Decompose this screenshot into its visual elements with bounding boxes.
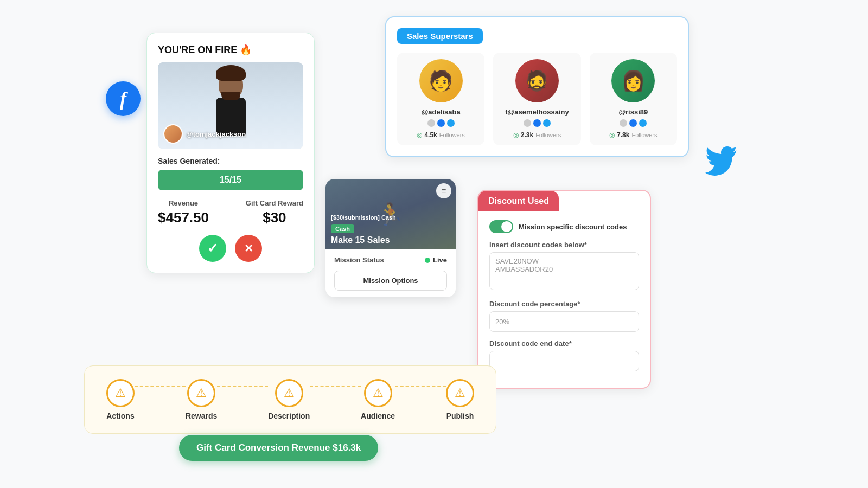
percent-label: Discount code percentage* [489, 300, 639, 308]
superstar-avatar-3: 👩 [611, 59, 655, 102]
toggle-label: Mission specific discount codes [519, 223, 627, 231]
superstar-name-2: t@asemelhossainy [500, 108, 574, 116]
superstar-name-3: @rissi89 [596, 108, 671, 116]
fire-card-image: @tomjackjackson [158, 62, 303, 149]
fire-card: YOU'RE ON FIRE 🔥 @tomjackjackson Sales G… [146, 33, 315, 273]
step-publish[interactable]: ⚠ Publish [446, 379, 474, 420]
discount-toggle[interactable] [489, 220, 513, 233]
discount-card: Discount Used Mission specific discount … [477, 190, 651, 389]
mission-badge: Cash [331, 224, 354, 233]
step-description[interactable]: ⚠ Description [268, 379, 310, 420]
discount-body: Mission specific discount codes Insert d… [478, 211, 650, 388]
steps-nav: ⚠ Actions ⚠ Rewards ⚠ Description ⚠ Audi… [84, 365, 496, 434]
mission-status-label: Mission Status [334, 256, 384, 264]
superstar-item-3: 👩 @rissi89 ◎ 7.8k Followers [590, 53, 677, 145]
gift-banner-text: Gift Card Conversion Revenue $16.3k [196, 442, 361, 453]
followers-3: ◎ 7.8k Followers [596, 131, 671, 139]
live-indicator: Live [425, 256, 447, 264]
social-icons-1 [404, 119, 478, 127]
toggle-row: Mission specific discount codes [489, 220, 639, 233]
gift-card-banner: Gift Card Conversion Revenue $16.3k [179, 435, 378, 461]
social-icons-2 [500, 119, 574, 127]
step-actions-label: Actions [106, 412, 134, 420]
end-date-label: Discount code end date* [489, 339, 639, 348]
gift-label: Gift Card Reward [246, 199, 303, 207]
gift-value: $30 [246, 209, 303, 226]
superstars-badge: Sales Superstars [397, 28, 483, 44]
reject-button[interactable]: ✕ [235, 235, 262, 262]
step-publish-label: Publish [446, 412, 474, 420]
superstar-avatar-1: 🧑 [419, 59, 463, 102]
twitter-icon [705, 146, 738, 179]
revenue-value: $457.50 [158, 209, 209, 226]
mission-body: Mission Status Live Mission Options [326, 249, 456, 297]
action-buttons: ✓ ✕ [158, 235, 303, 262]
step-connector-1 [135, 386, 186, 387]
step-description-label: Description [268, 412, 310, 420]
toggle-knob [501, 221, 512, 232]
step-actions[interactable]: ⚠ Actions [106, 379, 135, 420]
metrics-row: Revenue $457.50 Gift Card Reward $30 [158, 199, 303, 226]
superstar-item-1: 🧑 @adelisaba ◎ 4.5k Followers [397, 53, 484, 145]
facebook-icon: f [106, 81, 141, 116]
fire-card-title: YOU'RE ON FIRE 🔥 [158, 44, 303, 56]
percent-input[interactable] [489, 311, 639, 332]
step-audience[interactable]: ⚠ Audience [361, 379, 395, 420]
social-icons-3 [596, 119, 671, 127]
step-actions-icon: ⚠ [106, 379, 135, 407]
followers-2: ◎ 2.3k Followers [500, 131, 574, 139]
discount-header: Discount Used [478, 191, 559, 211]
followers-1: ◎ 4.5k Followers [404, 131, 478, 139]
revenue-label: Revenue [158, 199, 209, 207]
username-tag: @tomjackjackson [186, 130, 246, 138]
step-connector-4 [395, 386, 446, 387]
step-rewards-label: Rewards [186, 412, 217, 420]
mission-options-button[interactable]: Mission Options [334, 271, 447, 291]
progress-bar: 15/15 [158, 170, 303, 190]
step-publish-icon: ⚠ [446, 379, 474, 407]
revenue-metric: Revenue $457.50 [158, 199, 209, 226]
superstar-item-2: 🧔 t@asemelhossainy ◎ 2.3k Followers [493, 53, 580, 145]
discount-codes-input[interactable]: SAVE20NOW AMBASSADOR20 [489, 252, 639, 290]
step-rewards-icon: ⚠ [187, 379, 215, 407]
step-connector-3 [310, 386, 361, 387]
mission-card: 🏃 ≡ [$30/submission] Cash Cash Make 15 S… [326, 179, 456, 297]
superstars-card: Sales Superstars 🧑 @adelisaba ◎ 4.5k Fol… [385, 16, 689, 157]
live-dot [425, 258, 430, 263]
step-connector-2 [217, 386, 268, 387]
mission-status-row: Mission Status Live [334, 256, 447, 264]
approve-button[interactable]: ✓ [199, 235, 226, 262]
codes-label: Insert discount codes below* [489, 241, 639, 249]
mission-title: Make 15 Sales [331, 235, 390, 245]
end-date-input[interactable] [489, 351, 639, 371]
superstar-name-1: @adelisaba [404, 108, 478, 116]
mission-menu-button[interactable]: ≡ [436, 183, 451, 198]
step-rewards[interactable]: ⚠ Rewards [186, 379, 217, 420]
superstar-avatar-2: 🧔 [515, 59, 559, 102]
mission-image: 🏃 ≡ [$30/submission] Cash Cash Make 15 S… [326, 179, 456, 249]
step-description-icon: ⚠ [275, 379, 303, 407]
step-audience-icon: ⚠ [364, 379, 392, 407]
step-audience-label: Audience [361, 412, 395, 420]
sales-label: Sales Generated: [158, 157, 303, 165]
superstars-grid: 🧑 @adelisaba ◎ 4.5k Followers 🧔 t@asemel… [397, 53, 677, 145]
gift-metric: Gift Card Reward $30 [246, 199, 303, 226]
mission-price-tag: [$30/submission] Cash Cash [331, 214, 396, 233]
avatar [163, 124, 183, 144]
